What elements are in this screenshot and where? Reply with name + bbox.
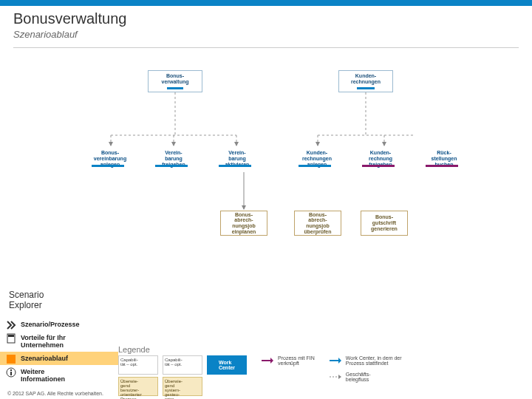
svg-rect-20	[10, 372, 12, 375]
flow-canvas: Bonus- verwaltung Kunden- rechnungen Bon…	[0, 48, 532, 284]
window-accent-bar	[0, 0, 532, 6]
legend-work-center: Work Center	[207, 355, 247, 375]
copyright: © 2012 SAP AG. Alle Rechte vorbehalten.	[7, 391, 103, 396]
calculator-icon	[6, 333, 16, 344]
step-bonusvereinbarung-anlegen[interactable]: Bonus- vereinbarung anlegen	[83, 146, 140, 172]
nav-szenarioablauf[interactable]: Szenarioablauf	[0, 352, 118, 365]
legend-fin-link: Prozess mit FIN verknüpft	[262, 355, 315, 366]
arrow-dashed-icon	[330, 373, 341, 381]
sub-bonusabrechnungsjob-ueberpruefen[interactable]: Bonus- abrech- nungsjob überprüfen	[294, 211, 341, 236]
page-header: Bonusverwaltung Szenarioablauf	[0, 6, 532, 41]
svg-marker-27	[338, 375, 341, 379]
nav-item-1-label: Szenario/Prozesse	[21, 321, 80, 328]
nav-item-2-label: Vorteile für Ihr Unternehmen	[21, 334, 66, 349]
entry-kunden-label: Kunden- rechnungen	[351, 73, 381, 84]
entry-bonus-label: Bonus- verwaltung	[162, 73, 189, 84]
svg-marker-23	[270, 358, 273, 364]
scenario-explorer-title: Scenario Explorer	[9, 290, 44, 310]
sub-bonusgutschrift-generieren[interactable]: Bonus- gutschrift generieren	[361, 211, 408, 236]
entry-kundenrechnungen[interactable]: Kunden- rechnungen	[338, 70, 393, 92]
legend-capability-opt-2: Capabili- tät – opt.	[163, 355, 202, 375]
chevron-right-icon	[6, 320, 16, 330]
svg-rect-17	[8, 335, 14, 337]
arrow-purple-icon	[262, 357, 273, 364]
legend-capability-opt: Capabili- tät – opt.	[118, 355, 158, 375]
step-rueckstellungen-buchen[interactable]: Rück- stellungen buchen	[417, 146, 474, 172]
legend-wc-desc: Work Center, in dem der Prozess stattfin…	[330, 355, 402, 366]
step-kundenrechnung-freigeben[interactable]: Kunden- rechnung freigeben	[353, 146, 411, 172]
sub-bonusabrechnungsjob-einplanen[interactable]: Bonus- abrech- nungsjob einplanen	[220, 211, 267, 236]
entry-bonusverwaltung[interactable]: Bonus- verwaltung	[148, 70, 202, 92]
page-title: Bonusverwaltung	[13, 10, 519, 27]
sub-1-label: Bonus- abrech- nungsjob einplanen	[232, 212, 256, 235]
nav-szenario-prozesse[interactable]: Szenario/Prozesse	[0, 318, 118, 331]
legend-user-process: Überwie- gend benutzer- orientierter Pro…	[118, 377, 158, 396]
page-subtitle: Szenarioablauf	[13, 29, 519, 40]
legend-biz-doc: Geschäfts- belegfluss	[330, 372, 402, 382]
step-vereinbarung-freigeben[interactable]: Verein- barung freigeben	[146, 146, 204, 172]
info-icon	[6, 367, 16, 378]
nav-item-3-label: Szenarioablauf	[21, 355, 68, 362]
flow-icon	[6, 354, 16, 364]
nav-vorteile[interactable]: Vorteile für Ihr Unternehmen	[0, 331, 118, 352]
step-vereinbarung-aktivieren[interactable]: Verein- barung aktivieren	[210, 146, 267, 172]
step-kundenrechnungen-anlegen[interactable]: Kunden- rechnungen anlegen	[290, 146, 347, 172]
nav-weitere-informationen[interactable]: Weitere Informationen	[0, 365, 118, 386]
svg-rect-21	[10, 369, 12, 371]
legend: Legende Capabili- tät – opt. Überwie- ge…	[118, 345, 517, 396]
legend-system-process: Überwie- gend system- gesteu- erter Proz…	[163, 377, 202, 396]
svg-marker-25	[338, 358, 341, 364]
svg-rect-18	[7, 355, 16, 364]
arrow-blue-icon	[330, 357, 341, 364]
sub-2-label: Bonus- abrech- nungsjob überprüfen	[304, 212, 332, 235]
sub-3-label: Bonus- gutschrift generieren	[371, 214, 398, 231]
legend-title: Legende	[118, 345, 517, 354]
nav-item-4-label: Weitere Informationen	[21, 368, 65, 383]
